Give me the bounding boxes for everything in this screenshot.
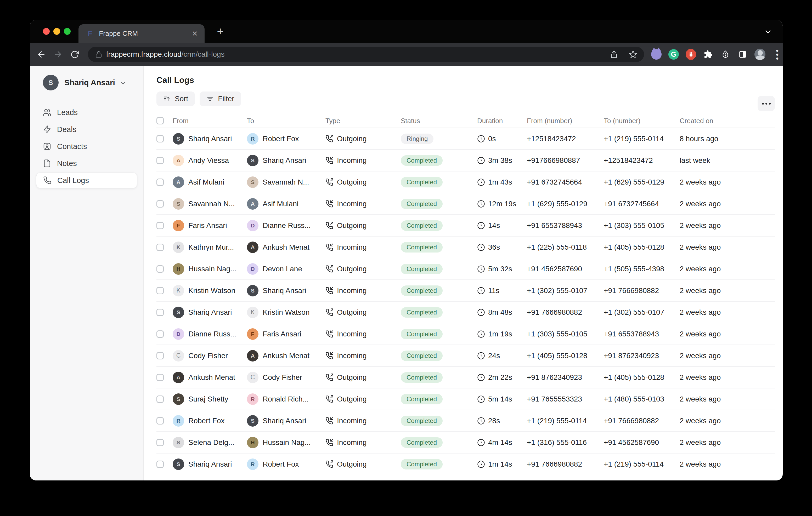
table-row[interactable]: AAndy Viessa SShariq Ansari Incoming Com…: [156, 150, 775, 172]
back-button[interactable]: [33, 50, 50, 59]
clock-icon: [477, 200, 485, 208]
duration-value: 36s: [488, 243, 500, 251]
file-icon: [43, 159, 51, 168]
row-checkbox[interactable]: [156, 352, 164, 359]
col-to: To: [247, 117, 325, 125]
bolt-icon: [43, 125, 51, 133]
row-checkbox[interactable]: [156, 265, 164, 273]
from-avatar: S: [173, 393, 184, 405]
tab-strip-chevron-icon[interactable]: [764, 28, 772, 36]
row-checkbox[interactable]: [156, 417, 164, 425]
reading-list-icon[interactable]: [737, 49, 748, 60]
address-bar[interactable]: frappecrm.frappe.cloud/crm/call-logs: [88, 47, 644, 62]
row-checkbox[interactable]: [156, 287, 164, 294]
browser-tab[interactable]: F Frappe CRM ✕: [79, 24, 205, 43]
table-row[interactable]: AAnkush Menat CCody Fisher Outgoing Comp…: [156, 367, 775, 389]
duration-value: 0s: [488, 134, 496, 143]
created-on: 2 weeks ago: [679, 395, 775, 403]
table-row[interactable]: FFaris Ansari DDianne Russ... Outgoing C…: [156, 215, 775, 237]
close-window-button[interactable]: [43, 28, 50, 35]
row-checkbox[interactable]: [156, 135, 164, 143]
row-checkbox[interactable]: [156, 309, 164, 316]
profile-avatar[interactable]: [754, 49, 765, 60]
duration-value: 4m 14s: [488, 438, 512, 447]
duration-value: 5m 14s: [488, 395, 512, 403]
row-checkbox[interactable]: [156, 439, 164, 446]
leaf-extension-icon[interactable]: [720, 49, 731, 60]
share-icon[interactable]: [610, 51, 618, 58]
row-checkbox[interactable]: [156, 395, 164, 403]
table-row[interactable]: KKristin Watson SShariq Ansari Incoming …: [156, 280, 775, 302]
to-number: +1 (405) 555-0128: [604, 243, 679, 251]
menu-dots-icon[interactable]: •••: [772, 49, 783, 60]
github-extension-icon[interactable]: [651, 49, 662, 60]
user-menu[interactable]: S Shariq Ansari: [43, 75, 143, 90]
created-on: 2 weeks ago: [679, 286, 775, 295]
extensions-puzzle-icon[interactable]: [703, 49, 714, 60]
call-type-label: Incoming: [337, 243, 367, 251]
table-row[interactable]: RRobert Fox SShariq Ansari Incoming Comp…: [156, 410, 775, 432]
to-avatar: R: [247, 133, 258, 145]
table-row[interactable]: SShariq Ansari KKristin Watson Outgoing …: [156, 302, 775, 323]
bookmark-star-icon[interactable]: [629, 50, 637, 59]
col-status: Status: [401, 117, 477, 125]
row-checkbox[interactable]: [156, 179, 164, 186]
table-row[interactable]: DDianne Russ... FFaris Ansari Incoming C…: [156, 323, 775, 345]
row-checkbox[interactable]: [156, 200, 164, 208]
sidebar-item-deals[interactable]: Deals: [36, 122, 137, 137]
table-row[interactable]: SSavannah N... AAsif Mulani Incoming Com…: [156, 193, 775, 215]
row-checkbox[interactable]: [156, 222, 164, 229]
sidebar-item-notes[interactable]: Notes: [36, 155, 137, 171]
sort-button[interactable]: Sort: [156, 91, 195, 106]
table-row[interactable]: KKathryn Mur... AAnkush Menat Incoming C…: [156, 237, 775, 258]
sidebar-nav: LeadsDealsContactsNotesCall Logs: [30, 104, 143, 188]
from-name: Savannah N...: [188, 200, 235, 208]
from-name: Andy Viessa: [188, 156, 229, 165]
table-row[interactable]: SShariq Ansari RRobert Fox Outgoing Ring…: [156, 128, 775, 150]
table-row[interactable]: SShariq Ansari RRobert Fox Outgoing Comp…: [156, 454, 775, 475]
table-row[interactable]: AAsif Mulani SSavannah N... Outgoing Com…: [156, 172, 775, 193]
select-all-checkbox[interactable]: [156, 117, 164, 124]
created-on: 2 weeks ago: [679, 352, 775, 360]
call-type-icon: [325, 157, 333, 164]
more-options-button[interactable]: [758, 96, 775, 111]
row-checkbox[interactable]: [156, 374, 164, 381]
status-badge: Completed: [401, 351, 443, 361]
call-type-icon: [325, 438, 333, 447]
grammarly-extension-icon[interactable]: G: [668, 49, 679, 60]
table-row[interactable]: SSelena Delg... HHussain Nag... Incoming…: [156, 432, 775, 454]
zoom-window-button[interactable]: [64, 28, 70, 35]
to-name: Faris Ansari: [263, 330, 301, 338]
row-checkbox[interactable]: [156, 157, 164, 164]
from-name: Hussain Nag...: [188, 265, 236, 273]
filter-button[interactable]: Filter: [200, 91, 241, 106]
row-checkbox[interactable]: [156, 244, 164, 251]
contact-icon: [43, 142, 51, 151]
to-name: Ankush Menat: [263, 352, 310, 360]
reload-button[interactable]: [66, 50, 83, 59]
forward-button[interactable]: [50, 50, 66, 59]
duration-value: 3m 38s: [488, 156, 512, 165]
from-avatar: S: [173, 458, 184, 470]
sidebar-item-leads[interactable]: Leads: [36, 104, 137, 120]
adblock-extension-icon[interactable]: [686, 49, 696, 60]
row-checkbox[interactable]: [156, 330, 164, 338]
sidebar-item-contacts[interactable]: Contacts: [36, 139, 137, 154]
from-avatar: K: [173, 285, 184, 297]
minimize-window-button[interactable]: [53, 28, 60, 35]
call-type-label: Incoming: [337, 156, 367, 165]
row-checkbox[interactable]: [156, 461, 164, 468]
to-name: Ronald Rich...: [263, 395, 309, 403]
call-logs-table: From To Type Status Duration From (numbe…: [156, 114, 783, 481]
tab-close-icon[interactable]: ✕: [192, 30, 198, 38]
table-row[interactable]: CCody Fisher AAnkush Menat Incoming Comp…: [156, 345, 775, 367]
new-tab-button[interactable]: +: [213, 24, 228, 39]
sidebar-item-call-logs[interactable]: Call Logs: [36, 173, 137, 188]
clock-icon: [477, 265, 485, 273]
status-badge: Completed: [401, 416, 443, 426]
table-row[interactable]: HHussain Nag... DDevon Lane Outgoing Com…: [156, 258, 775, 280]
call-type-icon: [325, 287, 333, 295]
table-row[interactable]: Completed: [156, 475, 775, 481]
col-duration: Duration: [477, 117, 527, 125]
table-row[interactable]: SSuraj Shetty RRonald Rich... Outgoing C…: [156, 389, 775, 410]
